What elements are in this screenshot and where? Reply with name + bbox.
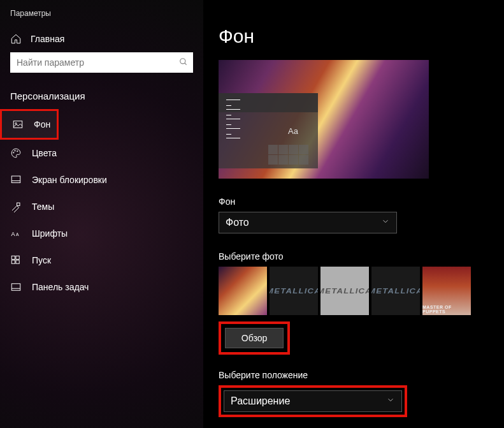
photo-thumbnails: METALLICA METALLICA METALLICA MASTER OF …: [219, 267, 504, 315]
search-wrap: [0, 52, 203, 84]
sidebar: Параметры Главная Персонализация Фон Цве…: [0, 0, 203, 428]
position-section: Выберите положение Расширение: [219, 370, 504, 417]
nav-label: Темы: [32, 202, 54, 212]
svg-rect-13: [16, 256, 19, 259]
photo-thumb-5[interactable]: MASTER OF PUPPETS: [422, 267, 471, 315]
svg-text:A: A: [16, 232, 19, 237]
browse-highlight: Обзор: [219, 321, 290, 355]
home-icon: [10, 33, 22, 45]
svg-point-5: [15, 151, 16, 152]
preview-overlay: Aa: [219, 93, 318, 168]
lockscreen-icon: [10, 174, 22, 186]
page-title: Фон: [219, 26, 504, 47]
chevron-down-icon: [386, 395, 395, 407]
themes-icon: [10, 201, 22, 212]
svg-point-4: [13, 152, 15, 154]
dropdown-value: Расширение: [231, 395, 290, 407]
nav-item-lockscreen[interactable]: Экран блокировки: [0, 166, 203, 193]
choose-photo-label: Выберите фото: [219, 251, 504, 262]
svg-text:A: A: [11, 231, 15, 237]
palette-icon: [10, 147, 22, 159]
svg-rect-7: [11, 176, 20, 183]
search-input[interactable]: [10, 52, 193, 73]
position-label: Выберите положение: [219, 370, 504, 380]
window-title: Параметры: [0, 6, 203, 27]
svg-rect-14: [11, 260, 15, 263]
svg-point-3: [15, 122, 17, 124]
browse-button[interactable]: Обзор: [225, 328, 284, 348]
photo-thumb-4[interactable]: METALLICA: [371, 267, 420, 315]
nav-label: Панель задач: [32, 282, 89, 292]
preview-aa: Aa: [288, 126, 298, 136]
svg-rect-9: [17, 203, 20, 206]
nav-label: Цвета: [32, 148, 57, 158]
home-label: Главная: [31, 34, 64, 44]
section-header: Персонализация: [0, 84, 203, 109]
svg-rect-15: [16, 260, 19, 263]
nav-label: Шрифты: [32, 228, 68, 239]
preview-tiles: Aa: [268, 93, 318, 168]
thumb-caption: MASTER OF PUPPETS: [422, 305, 471, 314]
nav-item-colors[interactable]: Цвета: [0, 140, 203, 166]
fonts-icon: AA: [10, 228, 22, 239]
chevron-down-icon: [381, 217, 390, 228]
nav-item-start[interactable]: Пуск: [0, 247, 203, 274]
taskbar-icon: [10, 281, 22, 293]
picture-icon: [12, 119, 24, 130]
nav-label: Экран блокировки: [32, 175, 107, 185]
background-dropdown[interactable]: Фото: [219, 212, 397, 233]
background-label: Фон: [219, 196, 504, 207]
main-content: Фон Aa Фон Фото Выберите фото METALLICA …: [203, 0, 504, 428]
browse-label: Обзор: [241, 333, 267, 343]
nav-label: Пуск: [32, 255, 51, 265]
svg-point-6: [17, 151, 18, 152]
start-icon: [10, 255, 22, 266]
photo-thumb-2[interactable]: METALLICA: [270, 267, 318, 315]
dropdown-value: Фото: [226, 217, 249, 228]
home-link[interactable]: Главная: [0, 27, 203, 52]
photo-thumb-3[interactable]: METALLICA: [320, 267, 369, 315]
nav-item-fonts[interactable]: AA Шрифты: [0, 220, 203, 247]
preview-lines: [219, 93, 268, 168]
nav-item-taskbar[interactable]: Панель задач: [0, 274, 203, 300]
photo-thumb-1[interactable]: [219, 267, 267, 315]
preview-tile-grid: [268, 145, 308, 165]
desktop-preview: Aa: [219, 60, 429, 179]
thumb-logo: METALLICA: [320, 288, 369, 295]
nav-item-background[interactable]: Фон: [0, 109, 59, 140]
thumb-logo: METALLICA: [371, 288, 420, 295]
svg-rect-16: [11, 284, 20, 291]
svg-rect-12: [11, 256, 15, 259]
thumb-logo: METALLICA: [270, 288, 318, 295]
nav-label: Фон: [34, 119, 50, 129]
nav-item-themes[interactable]: Темы: [0, 193, 203, 220]
position-highlight: Расширение: [219, 385, 407, 417]
position-dropdown[interactable]: Расширение: [224, 390, 402, 412]
